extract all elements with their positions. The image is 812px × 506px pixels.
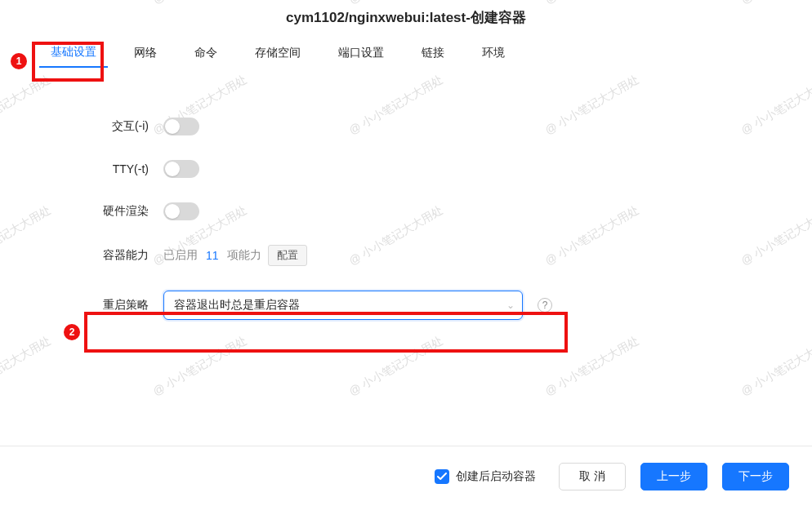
interactive-label: 交互(-i) bbox=[0, 119, 163, 134]
capabilities-configure-button[interactable]: 配置 bbox=[268, 245, 307, 266]
tab-basic-settings[interactable]: 基础设置 bbox=[39, 38, 108, 68]
hw-render-toggle[interactable] bbox=[163, 202, 199, 220]
restart-policy-value: 容器退出时总是重启容器 bbox=[174, 298, 300, 313]
tty-label: TTY(-t) bbox=[0, 162, 163, 175]
cancel-button[interactable]: 取 消 bbox=[559, 463, 626, 490]
capabilities-enabled-prefix: 已启用 bbox=[163, 248, 198, 263]
capabilities-label: 容器能力 bbox=[0, 248, 163, 263]
tab-storage[interactable]: 存储空间 bbox=[243, 39, 312, 67]
capabilities-enabled-suffix: 项能力 bbox=[227, 248, 261, 263]
tab-links[interactable]: 链接 bbox=[410, 39, 456, 67]
annotation-badge-1: 1 bbox=[11, 53, 27, 69]
tab-environment[interactable]: 环境 bbox=[471, 39, 516, 67]
hw-render-label: 硬件渲染 bbox=[0, 204, 163, 219]
tty-toggle[interactable] bbox=[163, 160, 199, 178]
page-title: cym1102/nginxwebui:latest-创建容器 bbox=[0, 0, 812, 38]
start-after-create-checkbox[interactable] bbox=[435, 469, 449, 484]
next-button[interactable]: 下一步 bbox=[722, 463, 789, 490]
footer-bar: 创建后启动容器 取 消 上一步 下一步 bbox=[0, 446, 812, 506]
restart-policy-select[interactable]: 容器退出时总是重启容器 bbox=[163, 291, 523, 320]
check-icon bbox=[437, 473, 447, 481]
tab-command[interactable]: 命令 bbox=[183, 39, 229, 67]
tab-ports[interactable]: 端口设置 bbox=[327, 39, 395, 67]
annotation-badge-2: 2 bbox=[64, 324, 80, 340]
restart-policy-label: 重启策略 bbox=[0, 298, 163, 313]
interactive-toggle[interactable] bbox=[163, 118, 199, 135]
tabs-bar: 基础设置 网络 命令 存储空间 端口设置 链接 环境 bbox=[0, 38, 812, 69]
help-icon[interactable]: ? bbox=[538, 298, 552, 313]
start-after-create-label: 创建后启动容器 bbox=[456, 469, 536, 484]
tab-network[interactable]: 网络 bbox=[123, 39, 168, 67]
capabilities-count: 11 bbox=[206, 249, 219, 262]
prev-button[interactable]: 上一步 bbox=[640, 463, 707, 490]
